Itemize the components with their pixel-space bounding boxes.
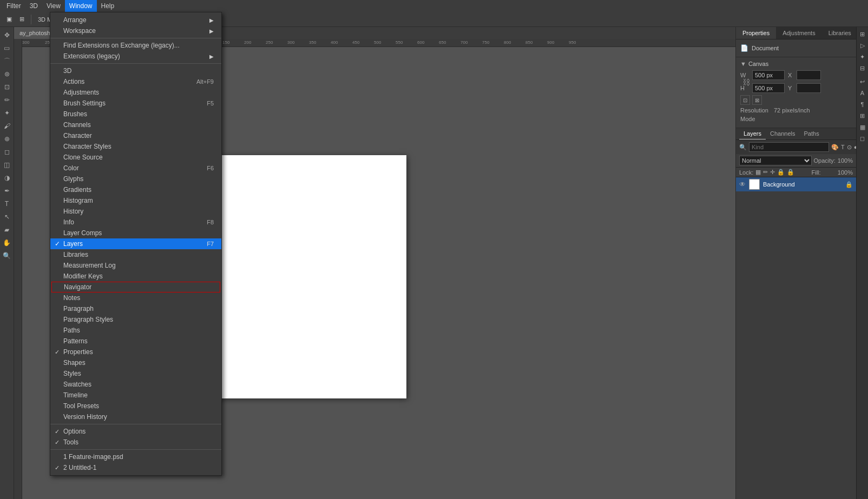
menu-item-brush-settings-label: Brush Settings [63,99,106,107]
dropdown-overlay[interactable]: Arrange ▶ Workspace ▶ Find Extensions on… [0,0,868,499]
menu-item-shapes[interactable]: Shapes [50,357,221,368]
menu-item-channels-label: Channels [63,121,91,129]
menu-item-file-1-label: 1 Feature-image.psd [63,453,123,461]
menu-item-properties-label: Properties [63,348,93,356]
menu-item-workspace-label: Workspace [63,27,96,35]
menu-item-file-2-label: 2 Untitled-1 [63,464,96,471]
menu-item-swatches-label: Swatches [63,381,91,388]
ext-legacy-arrow-icon: ▶ [209,54,214,59]
menu-item-measurement-log[interactable]: Measurement Log [50,260,221,271]
sep-2 [50,63,221,64]
menu-item-clone-source[interactable]: Clone Source [50,152,221,163]
menu-item-properties[interactable]: Properties [50,347,221,357]
menu-item-styles[interactable]: Styles [50,368,221,379]
menu-item-options[interactable]: Options [50,426,221,437]
menu-item-tool-presets-label: Tool Presets [63,402,99,410]
menu-item-brushes-label: Brushes [63,110,87,118]
brush-settings-shortcut: F5 [207,100,214,107]
menu-item-glyphs[interactable]: Glyphs [50,174,221,184]
menu-item-file-2[interactable]: 2 Untitled-1 [50,462,221,473]
sep-3 [50,424,221,424]
menu-item-3d[interactable]: 3D [50,65,221,76]
menu-item-timeline-label: Timeline [63,391,88,399]
menu-item-notes[interactable]: Notes [50,292,221,303]
menu-item-tools-label: Tools [63,438,78,446]
menu-item-history[interactable]: History [50,206,221,217]
menu-item-paragraph-styles[interactable]: Paragraph Styles [50,314,221,325]
color-shortcut: F6 [207,165,214,171]
menu-item-version-history[interactable]: Version History [50,411,221,422]
menu-item-file-1[interactable]: 1 Feature-image.psd [50,451,221,462]
menu-item-notes-label: Notes [63,294,80,302]
menu-item-gradients-label: Gradients [63,186,91,194]
menu-item-tools[interactable]: Tools [50,437,221,448]
workspace-arrow-icon: ▶ [209,28,214,34]
menu-item-paths[interactable]: Paths [50,325,221,336]
menu-item-para-styles-label: Paragraph Styles [63,316,113,323]
menu-item-color-label: Color [63,164,79,172]
menu-item-arrange-label: Arrange [63,16,87,24]
menu-item-histogram[interactable]: Histogram [50,195,221,206]
menu-item-navigator-label: Navigator [64,283,91,291]
menu-item-channels[interactable]: Channels [50,119,221,130]
menu-item-clone-label: Clone Source [63,154,103,161]
sep-4 [50,449,221,450]
menu-item-glyphs-label: Glyphs [63,175,83,183]
menu-item-brushes[interactable]: Brushes [50,109,221,119]
menu-item-timeline[interactable]: Timeline [50,390,221,401]
menu-item-layer-comps-label: Layer Comps [63,229,102,237]
menu-item-adjustments-label: Adjustments [63,89,99,96]
menu-item-gradients[interactable]: Gradients [50,184,221,195]
menu-item-char-styles-label: Character Styles [63,143,111,150]
menu-item-libraries[interactable]: Libraries [50,249,221,260]
layers-check-icon: ✓ [55,240,60,248]
menu-item-measurement-log-label: Measurement Log [63,262,116,269]
layers-shortcut: F7 [207,241,214,247]
menu-item-layers-label: Layers [63,240,83,248]
window-dropdown-menu: Arrange ▶ Workspace ▶ Find Extensions on… [50,12,222,476]
menu-item-find-extensions[interactable]: Find Extensions on Exchange (legacy)... [50,40,221,51]
menu-item-history-label: History [63,208,83,215]
menu-item-extensions-legacy[interactable]: Extensions (legacy) ▶ [50,51,221,62]
menu-item-adjustments[interactable]: Adjustments [50,87,221,98]
menu-item-info-label: Info [63,218,74,226]
menu-item-color[interactable]: Color F6 [50,163,221,174]
menu-item-modifier-keys-label: Modifier Keys [63,272,103,280]
arrange-arrow-icon: ▶ [209,17,214,23]
menu-item-actions-label: Actions [63,78,84,85]
menu-item-arrange[interactable]: Arrange ▶ [50,15,221,25]
menu-item-styles-label: Styles [63,370,81,377]
menu-item-layer-comps[interactable]: Layer Comps [50,228,221,238]
actions-shortcut: Alt+F9 [196,78,214,85]
menu-item-info[interactable]: Info F8 [50,217,221,228]
menu-item-brush-settings[interactable]: Brush Settings F5 [50,98,221,109]
menu-item-ext-legacy-label: Extensions (legacy) [63,52,120,60]
menu-item-character-label: Character [63,132,92,139]
menu-item-character[interactable]: Character [50,130,221,141]
menu-item-options-label: Options [63,428,86,435]
menu-item-patterns[interactable]: Patterns [50,336,221,347]
menu-item-layers[interactable]: ✓ Layers F7 [50,238,221,249]
sep-1 [50,38,221,38]
menu-item-paths-label: Paths [63,327,80,334]
menu-item-version-history-label: Version History [63,413,107,421]
menu-item-patterns-label: Patterns [63,337,88,345]
menu-item-histogram-label: Histogram [63,197,93,204]
menu-item-3d-label: 3D [63,67,71,75]
menu-item-paragraph-label: Paragraph [63,305,94,312]
menu-item-modifier-keys[interactable]: Modifier Keys [50,271,221,282]
menu-item-swatches[interactable]: Swatches [50,379,221,390]
menu-item-libraries-label: Libraries [63,251,88,258]
menu-item-navigator[interactable]: Navigator [51,282,220,292]
menu-item-character-styles[interactable]: Character Styles [50,141,221,152]
menu-item-actions[interactable]: Actions Alt+F9 [50,76,221,87]
menu-item-workspace[interactable]: Workspace ▶ [50,25,221,36]
menu-item-paragraph[interactable]: Paragraph [50,303,221,314]
menu-item-shapes-label: Shapes [63,359,86,367]
menu-item-tool-presets[interactable]: Tool Presets [50,401,221,411]
info-shortcut: F8 [207,219,214,225]
menu-item-find-ext-label: Find Extensions on Exchange (legacy)... [63,42,180,49]
